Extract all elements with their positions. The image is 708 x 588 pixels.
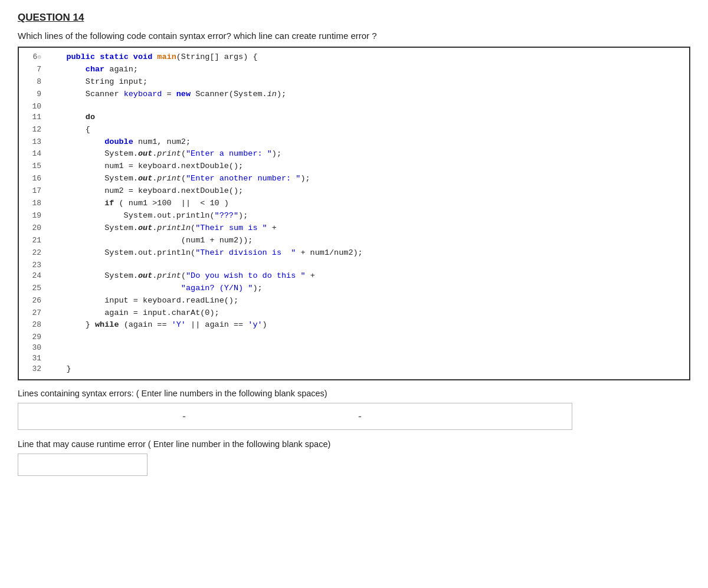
code-line-22: 22 System.out.println("Their division is…	[19, 247, 689, 259]
code-line-12: 12 {	[19, 124, 689, 136]
code-line-23: 23	[19, 259, 689, 270]
line-number-12: 12	[24, 124, 41, 136]
line-number-25: 25	[24, 282, 41, 294]
code-content-24: System.out.print("Do you wish to do this…	[47, 270, 315, 282]
code-content-19: System.out.println("???");	[47, 210, 248, 222]
line-number-14: 14	[24, 148, 41, 160]
line-number-15: 15	[24, 160, 41, 172]
code-line-9: 9 Scanner keyboard = new Scanner(System.…	[19, 88, 689, 101]
code-content-32: }	[47, 363, 71, 376]
line-number-19: 19	[24, 210, 41, 222]
syntax-errors-section: Lines containing syntax errors: ( Enter …	[18, 389, 690, 430]
code-content-7: char again;	[47, 64, 138, 76]
line-number-28: 28	[24, 319, 41, 331]
line-number-9: 9	[24, 88, 41, 100]
separator-1: -	[179, 410, 189, 423]
line-number-7: 7	[24, 64, 41, 75]
code-line-25: 25 "again? (Y/N) ");	[19, 282, 689, 295]
code-line-7: 7 char again;	[19, 64, 689, 76]
line-number-27: 27	[24, 307, 41, 319]
code-content-26: input = keyboard.readLine();	[47, 295, 238, 307]
code-content-17: num2 = keyboard.nextDouble();	[47, 185, 243, 198]
syntax-input-2[interactable]	[189, 407, 355, 426]
line-number-11: 11	[24, 111, 41, 123]
code-content-18: if ( num1 >100 || < 10 )	[47, 198, 229, 210]
syntax-input-1[interactable]	[25, 407, 179, 426]
line-number-22: 22	[24, 247, 41, 259]
question-title: QUESTION 14	[18, 12, 690, 24]
code-content-11: do	[47, 111, 95, 124]
code-line-18: 18 if ( num1 >100 || < 10 )	[19, 198, 689, 210]
code-content-22: System.out.println("Their division is " …	[47, 247, 363, 259]
code-line-8: 8 String input;	[19, 76, 689, 88]
code-content-15: num1 = keyboard.nextDouble();	[47, 160, 243, 173]
line-number-32: 32	[24, 363, 41, 375]
code-line-20: 20 System.out.println("Their sum is " +	[19, 222, 689, 235]
line-number-24: 24	[24, 270, 41, 282]
line-number-6: 6⊖	[24, 51, 41, 63]
code-content-9: Scanner keyboard = new Scanner(System.in…	[47, 88, 286, 101]
line-number-17: 17	[24, 185, 41, 197]
runtime-error-label: Line that may cause runtime error ( Ente…	[18, 439, 690, 449]
code-line-6: 6⊖ public static void main(String[] args…	[19, 51, 689, 64]
code-content-21: (num1 + num2));	[47, 235, 253, 247]
code-line-17: 17 num2 = keyboard.nextDouble();	[19, 185, 689, 198]
code-content-28: } while (again == 'Y' || again == 'y')	[47, 319, 267, 331]
code-content-25: "again? (Y/N) ");	[47, 282, 263, 295]
line-number-26: 26	[24, 295, 41, 307]
code-line-24: 24 System.out.print("Do you wish to do t…	[19, 270, 689, 282]
code-content-14: System.out.print("Enter a number: ");	[47, 148, 281, 160]
syntax-input-3[interactable]	[365, 407, 513, 426]
code-line-32: 32 }	[19, 363, 689, 376]
line-number-20: 20	[24, 222, 41, 234]
code-content-13: double num1, num2;	[47, 136, 191, 149]
code-content-20: System.out.println("Their sum is " +	[47, 222, 277, 235]
line-number-21: 21	[24, 235, 41, 247]
line-number-8: 8	[24, 76, 41, 88]
code-content-16: System.out.print("Enter another number: …	[47, 173, 310, 185]
code-line-29: 29	[19, 331, 689, 342]
code-line-11: 11 do	[19, 111, 689, 124]
runtime-input[interactable]	[18, 454, 148, 476]
code-content-6: public static void main(String[] args) {	[47, 51, 258, 64]
separator-2: -	[355, 410, 365, 423]
question-text: Which lines of the following code contai…	[18, 31, 690, 41]
code-line-26: 26 input = keyboard.readLine();	[19, 295, 689, 307]
code-line-28: 28 } while (again == 'Y' || again == 'y'…	[19, 319, 689, 331]
code-content-8: String input;	[47, 76, 148, 88]
code-line-14: 14 System.out.print("Enter a number: ");	[19, 148, 689, 160]
code-line-15: 15 num1 = keyboard.nextDouble();	[19, 160, 689, 173]
code-content-27: again = input.charAt(0);	[47, 307, 219, 320]
code-box: 6⊖ public static void main(String[] args…	[18, 47, 690, 380]
code-line-10: 10	[19, 101, 689, 111]
runtime-error-section: Line that may cause runtime error ( Ente…	[18, 439, 690, 476]
line-number-18: 18	[24, 198, 41, 209]
code-line-30: 30	[19, 342, 689, 353]
code-line-31: 31	[19, 353, 689, 363]
line-number-16: 16	[24, 173, 41, 185]
code-content-12: {	[47, 124, 90, 136]
code-line-13: 13 double num1, num2;	[19, 136, 689, 149]
code-line-19: 19 System.out.println("???");	[19, 210, 689, 222]
code-line-16: 16 System.out.print("Enter another numbe…	[19, 173, 689, 185]
line-number-13: 13	[24, 136, 41, 148]
code-line-21: 21 (num1 + num2));	[19, 235, 689, 247]
syntax-errors-label: Lines containing syntax errors: ( Enter …	[18, 389, 690, 398]
code-line-27: 27 again = input.charAt(0);	[19, 307, 689, 320]
